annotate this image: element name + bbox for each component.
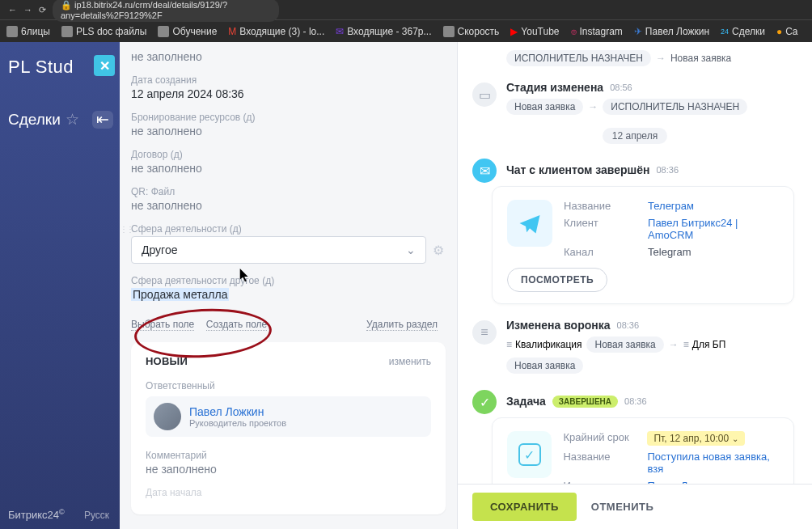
stage-changed-time: 08:56 [610,83,632,92]
star-icon[interactable]: ☆ [66,110,79,129]
comment-label: Комментарий [146,450,431,461]
drag-handle-icon[interactable]: ⋮⋮ [120,225,133,234]
browser-url[interactable]: 🔒 ip18.bitrix24.ru/crm/deal/details/9129… [53,0,279,22]
funnel-change-icon: ≡ [472,320,497,345]
start-date-label: Дата начала [146,487,431,498]
cancel-button[interactable]: ОТМЕНИТЬ [591,501,654,513]
user-role: Руководитель проектов [189,418,286,428]
field-value-sphere-other[interactable]: Продажа металла [131,288,446,301]
nav-reload-icon[interactable]: ⟳ [39,5,46,15]
create-field-link[interactable]: Создать поле [206,319,268,331]
task-name-link[interactable]: Поступила новая заявка, взя [647,451,779,475]
section-deals[interactable]: Сделки [8,111,61,129]
sphere-select-value: Другое [142,243,177,256]
card-title-new: НОВЫЙ [146,355,188,367]
chevron-down-icon: ⌄ [406,243,416,256]
comment-value: не заполнено [146,463,431,476]
funnel-time: 08:36 [617,320,640,330]
url-text: ip18.bitrix24.ru/crm/deal/details/9129/?… [61,0,227,20]
kv-label: Название [564,200,641,212]
bookmark-item[interactable]: ▶YouTube [510,26,559,37]
stage-change-icon: ▭ [472,83,497,107]
lock-icon: 🔒 [61,0,72,10]
chat-card: Название Телеграм Клиент Павел Битрикс24… [492,186,794,304]
left-sidebar: PL Stud ✕ Сделки ☆ ⇤ Битрикс24© Русск [0,42,120,529]
kv-label: Название [563,451,641,475]
task-due-chip[interactable]: Пт, 12 апр, 10:00 ⌄ [647,431,745,446]
user-name-link[interactable]: Павел Ложкин [189,405,286,418]
bookmark-item[interactable]: PLS doc файлы [61,26,147,37]
stage-pill: ИСПОЛНИТЕЛЬ НАЗНАЧЕН [506,50,651,66]
deal-fields-panel: не заполнено Дата создания 12 апреля 202… [120,42,458,529]
chat-closed-title: Чат с клиентом завершён [506,163,649,176]
field-label-qr: QR: Файл [131,186,446,197]
stage-text: Новая заявка [670,53,731,64]
bookmark-item[interactable]: Скорость [443,26,500,37]
browser-urlbar-row: ← → ⟳ 🔒 ip18.bitrix24.ru/crm/deal/detail… [0,0,812,19]
card-change-link[interactable]: изменить [389,356,431,367]
funnel-to-stage: Новая заявка [506,358,583,374]
funnel-to-name: Для БП [692,339,725,350]
field-label-sphere-other: Сфера деятельности другое (д) [131,275,446,286]
field-value-qr: не заполнено [131,199,446,212]
close-panel-button[interactable]: ✕ [94,55,115,76]
funnel-icon: ≡ [506,339,512,350]
footer-lang[interactable]: Русск [84,510,109,521]
kv-label: Крайний срок [563,431,641,446]
task-title: Задача [506,395,546,408]
field-label-booking: Бронирование ресурсов (д) [131,112,446,123]
kv-label: Клиент [564,217,641,241]
chat-icon: ✉ [472,159,497,183]
field-label-contract: Договор (д) [131,149,446,160]
telegram-logo [507,200,552,247]
task-icon-box: ✓ [507,431,552,478]
task-time: 08:36 [624,396,647,406]
field-value-contract: не заполнено [131,162,446,175]
field-label-sphere: Сфера деятельности (д) [131,223,446,235]
arrow-right-icon: → [588,101,598,112]
stage-from-pill: Новая заявка [506,99,583,115]
arrow-right-icon: → [656,53,666,64]
collapse-sidebar-button[interactable]: ⇤ [92,111,113,129]
nav-forward-icon[interactable]: → [23,5,32,15]
funnel-from-name: Квалификация [515,339,582,350]
task-check-icon: ✓ [518,443,541,466]
bookmark-item[interactable]: 24Сделки [721,26,765,37]
field-settings-icon[interactable]: ⚙ [431,243,446,258]
task-complete-icon: ✓ [472,390,497,414]
sphere-select[interactable]: Другое ⌄ [131,236,426,264]
bookmark-item[interactable]: ●Ca [776,26,798,37]
chat-name-link[interactable]: Телеграм [648,200,779,212]
field-value-booking: не заполнено [131,125,446,138]
stage-to-pill: ИСПОЛНИТЕЛЬ НАЗНАЧЕН [603,99,747,115]
task-status-badge: ЗАВЕРШЕНА [552,396,618,408]
delete-section-link[interactable]: Удалить раздел [366,319,438,331]
bookmark-item[interactable]: Обучение [158,26,217,37]
responsible-user[interactable]: Павел Ложкин Руководитель проектов [146,396,431,437]
chat-client-link[interactable]: Павел Битрикс24 | AmoCRM [648,217,779,241]
nav-back-icon[interactable]: ← [8,5,17,15]
footer-brand[interactable]: Битрикс24© [8,508,65,521]
bookmark-item[interactable]: ✈Павел Ложкин [634,26,709,37]
field-empty-value: не заполнено [131,50,446,63]
kv-label: Канал [564,246,641,258]
bottom-action-bar: СОХРАНИТЬ ОТМЕНИТЬ [458,484,812,529]
bookmark-item[interactable]: MВходящие (3) - lo... [228,26,324,37]
bookmark-item[interactable]: ✉Входящие - 367р... [336,26,431,37]
bookmark-item[interactable]: 6лицы [6,26,50,37]
bookmarks-bar: 6лицы PLS doc файлы Обучение MВходящие (… [0,19,812,42]
view-chat-button[interactable]: ПОСМОТРЕТЬ [507,268,607,292]
chat-channel: Telegram [648,246,779,258]
arrow-right-icon: → [669,339,679,350]
timeline-date-header: 12 апреля [603,128,667,144]
select-field-link[interactable]: Выбрать поле [131,319,194,331]
avatar [154,403,181,430]
bookmark-item[interactable]: ⌾Instagram [571,26,623,37]
funnel-icon: ≡ [683,339,689,350]
funnel-title: Изменена воронка [506,319,611,332]
new-section-card: НОВЫЙ изменить Ответственный Павел Ложки… [131,342,446,514]
chat-time: 08:36 [656,165,679,175]
timeline-panel: ИСПОЛНИТЕЛЬ НАЗНАЧЕН → Новая заявка ▭ Ст… [458,42,812,529]
stage-changed-title: Стадия изменена [506,81,603,94]
save-button[interactable]: СОХРАНИТЬ [472,493,577,521]
